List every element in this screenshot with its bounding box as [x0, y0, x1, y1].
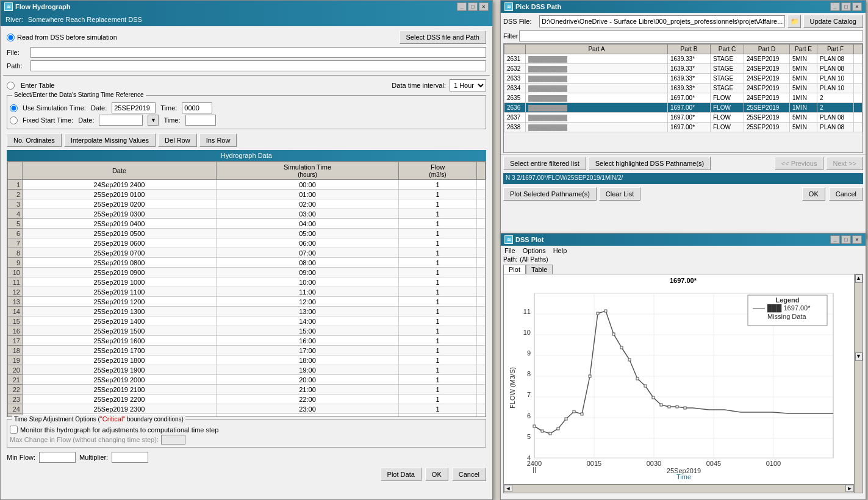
table-row[interactable]: 1 24Sep2019 2400 00:00 1: [8, 180, 486, 190]
dss-table-row[interactable]: 2634 ██████████ 1639.33* STAGE 24SEP2019…: [504, 84, 863, 93]
table-row[interactable]: 9 25Sep2019 0800 08:00 1: [8, 258, 486, 268]
table-row[interactable]: 11 25Sep2019 1000 10:00 1: [8, 277, 486, 287]
dss-table-row[interactable]: 2635 ██████████ 1697.00* FLOW 24SEP2019 …: [504, 93, 863, 103]
dss-pick-cancel-btn[interactable]: Cancel: [829, 187, 863, 201]
table-row[interactable]: 22 25Sep2019 2100 21:00 1: [8, 385, 486, 395]
scroll-header: [854, 45, 863, 54]
chart-title: 1697.00*: [504, 274, 863, 284]
ins-row-btn[interactable]: Ins Row: [199, 134, 237, 147]
table-row[interactable]: 13 25Sep2019 1200 12:00 1: [8, 297, 486, 307]
flow-cancel-btn[interactable]: Cancel: [452, 468, 486, 481]
dss-pick-ok-btn[interactable]: OK: [802, 187, 825, 201]
menu-options[interactable]: Options: [523, 247, 546, 254]
table-row[interactable]: 7 25Sep2019 0600 06:00 1: [8, 238, 486, 248]
no-ordinates-btn[interactable]: No. Ordinates: [7, 134, 62, 147]
min-flow-input[interactable]: [39, 452, 76, 463]
time-step-group: Time Step Adjustment Options ("Critical"…: [7, 419, 486, 448]
dss-plot-close[interactable]: ×: [852, 235, 862, 244]
next-btn[interactable]: Next >>: [826, 157, 863, 170]
dss-table-container[interactable]: Part A Part B Part C Part D Part E Part …: [503, 43, 863, 153]
table-row[interactable]: 4 25Sep2019 0300 03:00 1: [8, 209, 486, 219]
dss-plot-maximize[interactable]: □: [841, 235, 851, 244]
close-btn[interactable]: ×: [479, 2, 489, 11]
menu-help[interactable]: Help: [553, 247, 567, 254]
minimize-btn[interactable]: _: [457, 2, 467, 11]
dss-table-row[interactable]: 2632 ██████████ 1639.33* STAGE 24SEP2019…: [504, 64, 863, 74]
svg-rect-49: [660, 404, 662, 406]
dss-browse-btn[interactable]: 📁: [787, 15, 801, 28]
plot-selected-btn[interactable]: Plot Selected Pathname(s): [503, 187, 597, 201]
dss-plot-minimize[interactable]: _: [830, 235, 840, 244]
multiplier-input[interactable]: [112, 452, 148, 463]
chart-hscrollbar[interactable]: ◄ ►: [504, 484, 854, 493]
flow-ok-btn[interactable]: OK: [425, 468, 448, 481]
max-change-input[interactable]: [161, 435, 185, 445]
update-catalog-btn[interactable]: Update Catalog: [803, 15, 863, 28]
filter-input[interactable]: [519, 30, 863, 41]
table-row[interactable]: 19 25Sep2019 1800 18:00 1: [8, 355, 486, 365]
sim-date-input[interactable]: [112, 102, 156, 113]
interpolate-btn[interactable]: Interpolate Missing Values: [64, 134, 156, 147]
enter-table-radio[interactable]: [7, 82, 15, 90]
table-row[interactable]: 23 25Sep2019 2200 22:00 1: [8, 395, 486, 404]
calendar-btn[interactable]: ▼: [148, 115, 159, 126]
svg-text:9: 9: [527, 349, 531, 357]
dss-table-row[interactable]: 2637 ██████████ 1697.00* FLOW 25SEP2019 …: [504, 113, 863, 123]
monitor-checkbox[interactable]: [10, 426, 18, 434]
table-row[interactable]: 3 25Sep2019 0200 02:00 1: [8, 199, 486, 209]
dss-table-row[interactable]: 2636 ██████████ 1697.00* FLOW 25SEP2019 …: [504, 103, 863, 113]
table-row[interactable]: 10 25Sep2019 0900 09:00 1: [8, 268, 486, 277]
chart-scrollbar[interactable]: ▲ ▼: [854, 274, 863, 493]
fixed-start-label: Fixed Start Time:: [23, 116, 73, 124]
fixed-time-input[interactable]: [185, 115, 216, 126]
dss-pick-close[interactable]: ×: [852, 2, 862, 11]
table-row[interactable]: 6 25Sep2019 0500 05:00 1: [8, 229, 486, 238]
maximize-btn[interactable]: □: [468, 2, 478, 11]
hydrograph-table-container[interactable]: Date Simulation Time (hours) Flow (m3/s): [7, 161, 486, 417]
sim-time-input[interactable]: [182, 102, 212, 113]
col-partB-header: Part B: [668, 45, 711, 54]
plot-path-label: Path:: [503, 256, 517, 263]
fixed-start-radio[interactable]: [10, 116, 18, 124]
table-row[interactable]: 16 25Sep2019 1500 15:00 1: [8, 326, 486, 336]
tab-table[interactable]: Table: [526, 265, 553, 274]
table-row[interactable]: 12 25Sep2019 1100 11:00 1: [8, 287, 486, 297]
use-sim-time-radio[interactable]: [10, 104, 18, 112]
table-row[interactable]: 20 25Sep2019 1900 19:00 1: [8, 365, 486, 375]
path-input[interactable]: [30, 60, 486, 71]
file-input[interactable]: [30, 47, 486, 58]
dss-pick-minimize[interactable]: _: [830, 2, 840, 11]
table-row[interactable]: 17 25Sep2019 1600 16:00 1: [8, 336, 486, 346]
dss-table-row[interactable]: 2633 ██████████ 1639.33* STAGE 24SEP2019…: [504, 74, 863, 84]
dss-table-row[interactable]: 2631 ██████████ 1639.33* STAGE 24SEP2019…: [504, 54, 863, 64]
svg-text:25Sep2019: 25Sep2019: [667, 467, 701, 474]
menu-file[interactable]: File: [504, 247, 515, 254]
prev-btn[interactable]: << Previous: [775, 157, 824, 170]
clear-list-btn[interactable]: Clear List: [599, 187, 640, 201]
chart-svg: FLOW (M3/S) 4 5 6 7 8: [504, 284, 863, 485]
pick-dss-window: ≋ Pick DSS Path _ □ × DSS File: 📁 Update…: [500, 0, 866, 238]
table-row[interactable]: 2 25Sep2019 0100 01:00 1: [8, 190, 486, 199]
table-row[interactable]: 24 25Sep2019 2300 23:00 1: [8, 404, 486, 414]
dss-file-input[interactable]: [539, 15, 785, 27]
dss-pick-maximize[interactable]: □: [841, 2, 851, 11]
tab-plot[interactable]: Plot: [503, 265, 526, 274]
dss-table-row[interactable]: 2638 ██████████ 1697.00* FLOW 25SEP2019 …: [504, 123, 863, 132]
del-row-btn[interactable]: Del Row: [158, 134, 197, 147]
select-dss-btn[interactable]: Select DSS file and Path: [400, 30, 486, 44]
table-row[interactable]: 21 25Sep2019 2000 20:00 1: [8, 375, 486, 385]
table-row[interactable]: 8 25Sep2019 0700 07:00 1: [8, 248, 486, 258]
table-row[interactable]: 15 25Sep2019 1400 14:00 1: [8, 316, 486, 326]
table-row[interactable]: 18 25Sep2019 1700 17:00 1: [8, 346, 486, 355]
select-filtered-btn[interactable]: Select entire filtered list: [503, 157, 586, 170]
select-highlighted-btn[interactable]: Select highlighted DSS Pathname(s): [589, 157, 711, 170]
table-row[interactable]: 14 25Sep2019 1300 13:00 1: [8, 307, 486, 316]
svg-rect-45: [628, 359, 631, 361]
fixed-date-input[interactable]: [99, 115, 143, 126]
data-interval-select[interactable]: 1 Hour 30 Min 15 Min 6 Min 1 Min: [450, 79, 486, 91]
dss-path-table: Part A Part B Part C Part D Part E Part …: [504, 44, 863, 132]
table-row[interactable]: 5 25Sep2019 0400 04:00 1: [8, 219, 486, 229]
river-value: Somewhere Reach Replacement DSS: [28, 16, 142, 23]
read-dss-radio[interactable]: [7, 34, 15, 41]
plot-data-btn[interactable]: Plot Data: [381, 468, 421, 481]
